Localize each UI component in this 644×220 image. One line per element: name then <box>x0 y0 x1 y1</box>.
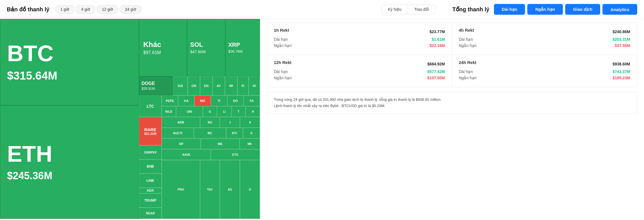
pepe-cell[interactable]: PEPE <box>162 95 178 106</box>
mo-cell[interactable]: MO <box>194 95 211 106</box>
stats-4h-short-row: Ngắn hạn $37.55M <box>459 43 630 48</box>
summary-box: Trong vòng 24 giờ qua, đã có 331,992 nhà… <box>267 92 637 114</box>
o-cell[interactable]: O <box>203 106 217 117</box>
page-title: Bản đồ thanh lý <box>7 6 49 13</box>
stats-1h: 1h Rekt $23.77M Dài hạn $1.61M Ngắn hạn … <box>267 23 452 55</box>
en-cell[interactable]: EN <box>200 76 213 95</box>
stats-12h-long-label: Dài hạn <box>274 69 288 74</box>
stats-24h-title-row: 24h Rekt $938.60M <box>459 60 630 68</box>
arb-cell[interactable]: ARB <box>162 117 200 128</box>
av-cell[interactable]: AV <box>213 76 225 95</box>
ai1-cell[interactable]: AI1 <box>220 160 240 219</box>
stats-12h: 12h Rekt $684.92M Dài hạn $577.42M Ngắn … <box>267 55 452 87</box>
uni-cell[interactable]: UNI <box>176 106 203 117</box>
link-cell[interactable]: LINK <box>139 174 162 188</box>
khac-value: $97.61M <box>143 50 183 55</box>
stats-12h-total: $684.92M <box>427 62 445 66</box>
analytics-button[interactable]: Analytics <box>602 4 637 15</box>
time-filter-12h[interactable]: 12 giờ <box>97 5 118 14</box>
stats-grid: 1h Rekt $23.77M Dài hạn $1.61M Ngắn hạn … <box>267 22 637 87</box>
t-cell[interactable]: T <box>231 106 246 117</box>
time-filter-24h[interactable]: 24 giờ <box>120 5 141 14</box>
bc-cell[interactable]: BC <box>194 128 226 138</box>
aave-cell[interactable]: AAVE <box>162 149 211 160</box>
khac-name: Khác <box>143 40 183 49</box>
right-header: Tổng thanh lý Dài hạn Ngắn hạn Giao dịch… <box>452 4 637 15</box>
dai-han-button[interactable]: Dài hạn <box>494 4 525 15</box>
me-cell[interactable]: ME <box>201 138 240 149</box>
ti-cell[interactable]: TI <box>211 95 227 106</box>
aucti-cell[interactable]: AUCTI <box>162 128 194 138</box>
g-cell[interactable]: G <box>243 128 260 138</box>
small-row-7: PNU TAC AI1 D <box>162 160 260 219</box>
stats-area: 1h Rekt $23.77M Dài hạn $1.61M Ngắn hạn … <box>260 19 644 219</box>
fa-cell[interactable]: FA <box>244 95 260 106</box>
time-filter-group: 1 giờ 4 giờ 12 giờ 24 giờ <box>55 5 142 14</box>
mid-small-group: SUI ON EN AV WI FI IO <box>173 76 260 95</box>
toggle-trao-doi[interactable]: Trao đổi <box>408 5 435 14</box>
ngan-han-button[interactable]: Ngắn hạn <box>527 4 563 15</box>
inj-cell[interactable]: INJ <box>200 117 220 128</box>
trump-cell[interactable]: TRUMP <box>139 193 162 208</box>
atc-cell[interactable]: ATC <box>226 128 243 138</box>
fi-cell[interactable]: FI <box>237 76 249 95</box>
pnu-cell[interactable]: PNU <box>162 160 200 219</box>
bottom-section: LTC RARE $21.22M 1000PEF BNB LINK ADA TR… <box>139 95 260 219</box>
ada-cell[interactable]: ADA <box>139 188 162 193</box>
stats-12h-long-row: Dài hạn $577.42M <box>274 69 445 74</box>
a-cell[interactable]: A <box>240 117 260 128</box>
small-row-1: PEPE KA MO TI DO FA <box>162 95 260 106</box>
stats-12h-long-value: $577.42M <box>427 69 445 74</box>
stats-4h-long-label: Dài hạn <box>459 37 473 42</box>
op-cell[interactable]: OP <box>162 138 201 149</box>
ka-cell[interactable]: KA <box>178 95 194 106</box>
small-row-5: OP ME MK <box>162 138 260 149</box>
io-cell[interactable]: IO <box>249 76 260 95</box>
time-filter-4h[interactable]: 4 giờ <box>76 5 96 14</box>
sol-cell[interactable]: SOL $47.60M <box>187 19 225 76</box>
tac-cell[interactable]: TAC <box>200 160 220 219</box>
header: Bản đồ thanh lý 1 giờ 4 giờ 12 giờ 24 gi… <box>0 0 644 19</box>
stats-1h-long-label: Dài hạn <box>274 37 288 42</box>
on-cell[interactable]: ON <box>188 76 200 95</box>
mk-cell[interactable]: MK <box>240 138 260 149</box>
stats-24h-total: $938.60M <box>613 62 630 66</box>
btc-cell[interactable]: BTC $315.64M <box>0 19 139 105</box>
xrp-cell[interactable]: XRP $36.76M <box>225 19 260 76</box>
action-button-group: Dài hạn Ngắn hạn Giao dịch Analytics <box>494 4 637 15</box>
stats-4h-total: $240.86M <box>613 29 630 34</box>
stats-24h-short-row: Ngắn hạn $195.23M <box>459 76 630 80</box>
stats-12h-short-value: $107.50M <box>427 76 445 80</box>
sui-cell[interactable]: SUI <box>173 76 188 95</box>
stats-24h-short-value: $195.23M <box>613 76 630 80</box>
small-row-2: WLD UNI O LI T H <box>162 106 260 117</box>
eth-cell[interactable]: ETH $245.36M <box>0 105 139 219</box>
treemap: BTC $315.64M ETH $245.36M Khác $97.61M <box>0 19 260 219</box>
h-cell[interactable]: H <box>246 106 260 117</box>
do-cell[interactable]: DO <box>227 95 244 106</box>
khac-cell[interactable]: Khác $97.61M <box>139 19 187 76</box>
doge-name: DOGE <box>142 81 170 86</box>
small-row-6: AAVE ETC <box>162 149 260 160</box>
j-cell[interactable]: J <box>220 117 240 128</box>
near-cell[interactable]: NEAR <box>139 208 162 219</box>
1000pef-cell[interactable]: 1000PEF <box>139 145 162 159</box>
xrp-name: XRP <box>228 42 257 48</box>
stats-1h-short-row: Ngắn hạn $22.16M <box>274 43 445 48</box>
wi-cell[interactable]: WI <box>225 76 237 95</box>
giao-dich-button[interactable]: Giao dịch <box>565 4 600 15</box>
doge-cell[interactable]: DOGE $28.91M <box>139 76 173 95</box>
toggle-ky-hieu[interactable]: Ký hiệu <box>382 5 408 14</box>
bnb-cell[interactable]: BNB <box>139 159 162 174</box>
etc-cell[interactable]: ETC <box>211 149 260 160</box>
right-small-cluster: PEPE KA MO TI DO FA WLD UNI O LI <box>162 95 260 219</box>
rare-cell[interactable]: RARE $21.22M <box>139 117 162 145</box>
d-cell[interactable]: D <box>240 160 260 219</box>
ltc-cell[interactable]: LTC <box>139 95 162 117</box>
stats-1h-short-label: Ngắn hạn <box>274 43 292 48</box>
li-cell[interactable]: LI <box>217 106 231 117</box>
wld-cell[interactable]: WLD <box>162 106 176 117</box>
stats-24h-long-row: Dài hạn $743.37M <box>459 69 630 74</box>
mid-row: DOGE $28.91M SUI ON EN AV WI FI IO <box>139 76 260 95</box>
time-filter-1h[interactable]: 1 giờ <box>55 5 75 14</box>
